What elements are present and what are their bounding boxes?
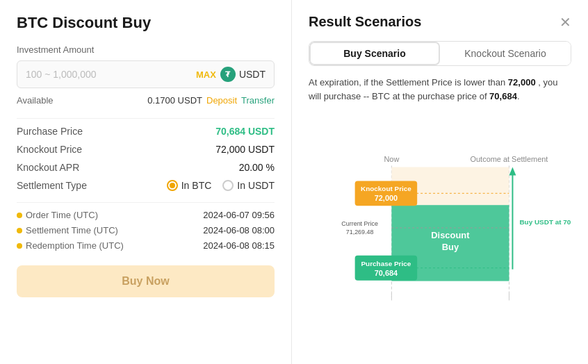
svg-text:72,000: 72,000 xyxy=(375,194,398,202)
svg-text:Current Price: Current Price xyxy=(341,220,378,227)
chart-area: Now Outcome at Settlement Knockout Price… xyxy=(309,113,571,350)
result-chart: Now Outcome at Settlement Knockout Price… xyxy=(309,113,571,350)
available-value: 0.1700 USDT xyxy=(147,95,202,106)
svg-text:Knockout Price: Knockout Price xyxy=(361,185,411,192)
settlement-btc-option[interactable]: In BTC xyxy=(167,180,212,191)
svg-text:Discount: Discount xyxy=(431,230,470,240)
svg-text:Purchase Price: Purchase Price xyxy=(361,260,411,267)
order-time-row: Order Time (UTC) 2024-06-07 09:56 xyxy=(17,210,275,220)
result-title: Result Scenarios xyxy=(309,14,421,30)
settlement-time-label: Settlement Time (UTC) xyxy=(17,225,118,235)
buy-now-button[interactable]: Buy Now xyxy=(17,265,275,297)
settlement-radio-group: In BTC In USDT xyxy=(167,180,275,191)
knockout-apr-row: Knockout APR 20.00 % xyxy=(17,162,275,173)
purchase-price-label: Purchase Price xyxy=(17,126,83,137)
settlement-time-row: Settlement Time (UTC) 2024-06-08 08:00 xyxy=(17,225,275,235)
deposit-link[interactable]: Deposit xyxy=(206,95,237,106)
settlement-usdt-option[interactable]: In USDT xyxy=(222,180,275,191)
knockout-apr-value: 20.00 % xyxy=(239,162,275,173)
max-button[interactable]: MAX xyxy=(196,69,216,80)
close-button[interactable]: ✕ xyxy=(560,15,571,29)
knockout-price-label: Knockout Price xyxy=(17,144,82,155)
order-time-value: 2024-06-07 09:56 xyxy=(203,210,275,220)
order-time-label: Order Time (UTC) xyxy=(17,210,98,220)
settlement-usdt-label: In USDT xyxy=(237,180,275,191)
redemption-dot xyxy=(17,243,22,249)
available-label: Available xyxy=(17,95,54,106)
left-panel: BTC Discount Buy Investment Amount 100 ~… xyxy=(0,0,292,364)
tether-icon: ₮ xyxy=(220,67,236,82)
available-row: Available 0.1700 USDT Deposit Transfer xyxy=(17,95,275,106)
redemption-time-row: Redemption Time (UTC) 2024-06-08 08:15 xyxy=(17,240,275,251)
svg-text:Buy USDT at 70,684: Buy USDT at 70,684 xyxy=(519,218,571,226)
page-title: BTC Discount Buy xyxy=(17,14,275,32)
transfer-link[interactable]: Transfer xyxy=(241,95,275,106)
tab-buy-scenario[interactable]: Buy Scenario xyxy=(309,42,440,65)
divider-1 xyxy=(17,118,275,119)
now-label: Now xyxy=(384,155,399,163)
svg-text:71,269.48: 71,269.48 xyxy=(346,229,374,235)
settlement-btc-radio[interactable] xyxy=(167,180,178,191)
settlement-time-value: 2024-06-08 08:00 xyxy=(203,225,275,235)
settlement-type-label: Settlement Type xyxy=(17,180,87,191)
tab-bar: Buy Scenario Knockout Scenario xyxy=(309,41,571,66)
order-dot xyxy=(17,213,22,218)
svg-text:70,684: 70,684 xyxy=(375,269,398,277)
knockout-price-value: 72,000 USDT xyxy=(215,144,275,155)
knockout-price-row: Knockout Price 72,000 USDT xyxy=(17,144,275,155)
time-section: Order Time (UTC) 2024-06-07 09:56 Settle… xyxy=(17,202,275,256)
right-header: Result Scenarios ✕ xyxy=(309,14,571,30)
settlement-dot xyxy=(17,228,22,233)
settlement-type-row: Settlement Type In BTC In USDT xyxy=(17,180,275,191)
purchase-price-row: Purchase Price 70,684 USDT xyxy=(17,126,275,137)
purchase-price-value: 70,684 USDT xyxy=(215,126,275,137)
investment-label: Investment Amount xyxy=(17,44,275,55)
settlement-btc-label: In BTC xyxy=(181,180,212,191)
settlement-usdt-radio[interactable] xyxy=(222,180,234,191)
redemption-time-label: Redemption Time (UTC) xyxy=(17,240,124,251)
outcome-label: Outcome at Settlement xyxy=(471,155,548,163)
svg-marker-19 xyxy=(509,167,516,175)
investment-input-row[interactable]: 100 ~ 1,000,000 MAX ₮ USDT xyxy=(17,60,275,88)
description-text: At expiration, if the Settlement Price i… xyxy=(309,76,571,103)
knockout-apr-label: Knockout APR xyxy=(17,162,79,173)
right-panel: Result Scenarios ✕ Buy Scenario Knockout… xyxy=(292,0,588,364)
tab-knockout-scenario[interactable]: Knockout Scenario xyxy=(440,42,571,65)
redemption-time-value: 2024-06-08 08:15 xyxy=(203,240,275,251)
svg-text:Buy: Buy xyxy=(442,242,459,252)
currency-label: USDT xyxy=(239,69,266,80)
investment-placeholder: 100 ~ 1,000,000 xyxy=(26,69,196,80)
